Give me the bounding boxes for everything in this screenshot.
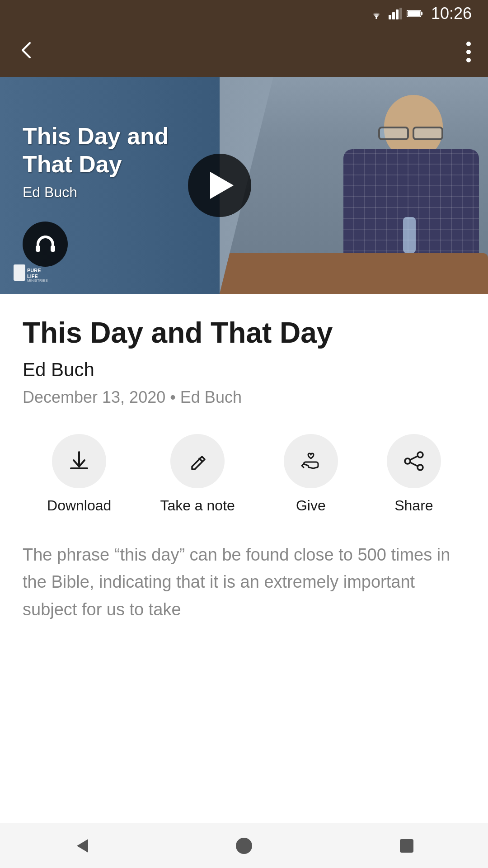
video-title-overlay: This Day andThat Day Ed Buch — [23, 122, 169, 201]
svg-text:PURE: PURE — [27, 268, 41, 273]
sermon-date: December 13, 2020 — [23, 388, 165, 406]
svg-point-17 — [418, 452, 423, 458]
share-icon-circle — [387, 434, 441, 488]
svg-point-10 — [466, 58, 471, 62]
svg-point-23 — [236, 838, 252, 854]
svg-rect-6 — [421, 12, 422, 15]
share-button[interactable]: Share — [387, 434, 441, 514]
pure-life-logo: PURE LIFE MINISTRIES — [14, 262, 68, 283]
back-button[interactable] — [16, 39, 38, 65]
video-thumbnail: This Day andThat Day Ed Buch PURE LIFE M… — [0, 77, 488, 294]
svg-point-9 — [466, 50, 471, 54]
sermon-description: The phrase “this day” can be found close… — [23, 541, 465, 623]
svg-point-0 — [375, 17, 377, 19]
nav-recents-button[interactable] — [389, 828, 425, 864]
svg-point-8 — [466, 42, 471, 46]
sermon-meta-author: Ed Buch — [180, 388, 242, 406]
bottom-navigation — [0, 823, 488, 868]
note-label: Take a note — [160, 497, 235, 514]
nav-back-icon — [70, 835, 93, 857]
status-bar: 10:26 — [0, 0, 488, 27]
battery-icon — [407, 9, 423, 18]
svg-point-19 — [418, 465, 423, 470]
play-triangle-icon — [210, 172, 234, 199]
svg-rect-3 — [396, 9, 399, 19]
svg-rect-2 — [392, 12, 395, 19]
svg-line-21 — [410, 462, 418, 466]
svg-rect-4 — [399, 8, 402, 19]
video-title: This Day andThat Day — [23, 122, 169, 179]
content-area: This Day and That Day Ed Buch December 1… — [0, 294, 488, 642]
plm-logo: PURE LIFE MINISTRIES — [14, 262, 68, 285]
nav-back-button[interactable] — [63, 828, 99, 864]
share-label: Share — [394, 497, 433, 514]
download-button[interactable]: Download — [47, 434, 111, 514]
take-note-button[interactable]: Take a note — [160, 434, 235, 514]
svg-marker-22 — [77, 839, 88, 853]
note-icon — [186, 449, 209, 473]
nav-bar — [0, 27, 488, 77]
video-author: Ed Buch — [23, 184, 169, 201]
headphones-icon — [33, 232, 58, 257]
nav-recents-icon — [395, 835, 418, 857]
sermon-meta: December 13, 2020 • Ed Buch — [23, 388, 465, 407]
sermon-author: Ed Buch — [23, 359, 465, 381]
wifi-icon — [369, 8, 384, 19]
nav-home-icon — [233, 835, 255, 857]
download-label: Download — [47, 497, 111, 514]
nav-home-button[interactable] — [226, 828, 262, 864]
download-icon — [67, 449, 91, 473]
svg-rect-7 — [408, 11, 420, 16]
svg-rect-12 — [51, 245, 55, 252]
action-buttons: Download Take a note Give — [23, 434, 465, 514]
svg-rect-1 — [389, 15, 391, 19]
give-icon-circle — [284, 434, 338, 488]
status-icons — [369, 8, 423, 19]
svg-rect-24 — [400, 839, 413, 853]
play-button[interactable] — [188, 154, 251, 217]
sermon-meta-separator: • — [170, 388, 180, 406]
svg-rect-11 — [36, 245, 40, 252]
svg-rect-13 — [14, 264, 25, 281]
note-icon-circle — [170, 434, 225, 488]
sermon-title: This Day and That Day — [23, 316, 465, 350]
more-options-button[interactable] — [465, 39, 472, 65]
signal-icon — [389, 8, 402, 19]
give-label: Give — [296, 497, 326, 514]
svg-point-18 — [405, 458, 410, 464]
share-icon — [402, 449, 426, 473]
svg-line-20 — [410, 456, 418, 460]
give-button[interactable]: Give — [284, 434, 338, 514]
give-icon — [299, 449, 323, 473]
status-time: 10:26 — [431, 4, 472, 23]
svg-text:MINISTRIES: MINISTRIES — [27, 278, 48, 283]
audio-button[interactable] — [23, 222, 68, 267]
download-icon-circle — [52, 434, 106, 488]
